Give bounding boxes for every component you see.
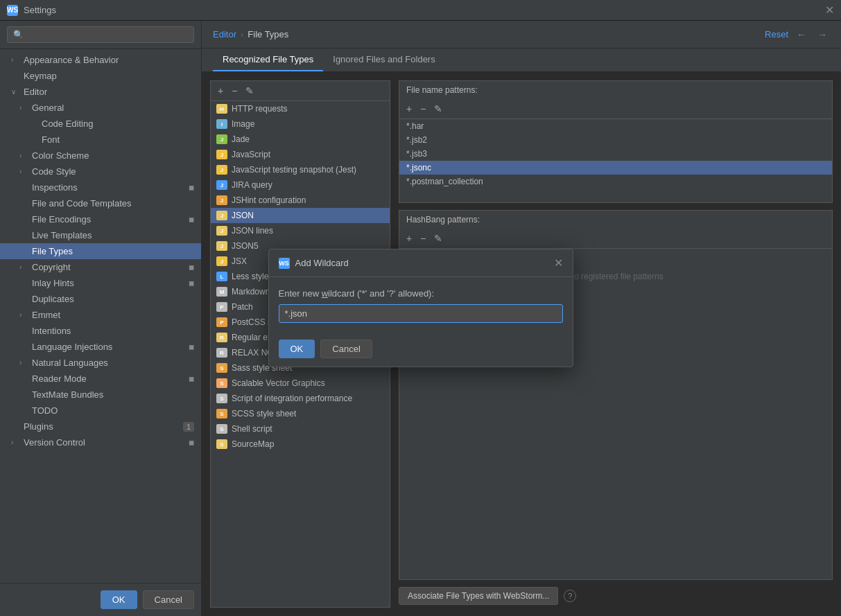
- add-wildcard-modal: WS Add Wildcard ✕ Enter new wildcard ('*…: [268, 249, 573, 367]
- modal-cancel-button[interactable]: Cancel: [320, 340, 372, 358]
- modal-close-button[interactable]: ✕: [554, 256, 563, 270]
- modal-ws-icon: WS: [279, 258, 290, 269]
- modal-title: Add Wildcard: [295, 258, 349, 268]
- wildcard-input[interactable]: [279, 304, 563, 323]
- modal-header: WS Add Wildcard ✕: [269, 249, 573, 277]
- modal-overlay: WS Add Wildcard ✕ Enter new wildcard ('*…: [0, 0, 841, 616]
- modal-input-label: Enter new wildcard ('*' and '?' allowed)…: [279, 288, 563, 299]
- modal-footer: OK Cancel: [269, 334, 573, 367]
- modal-body: Enter new wildcard ('*' and '?' allowed)…: [269, 277, 573, 334]
- modal-ok-button[interactable]: OK: [279, 340, 315, 358]
